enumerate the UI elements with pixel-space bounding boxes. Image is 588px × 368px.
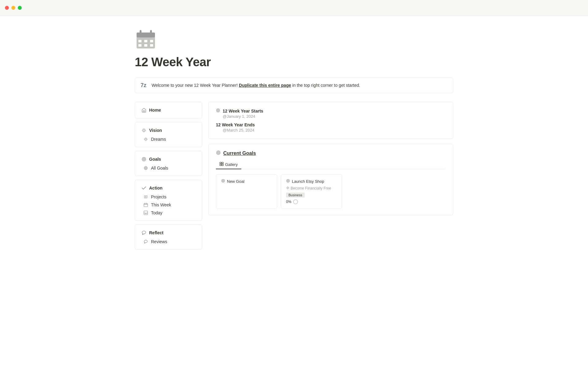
close-button[interactable]: [5, 6, 9, 10]
calendar-icon-this-week: [143, 202, 149, 208]
goals-card: Current Goals Gallery: [208, 144, 453, 215]
welcome-banner: 7z Welcome to your new 12 Week Year Plan…: [135, 78, 453, 93]
start-date-row: 12 Week Year Starts @January 1, 2024: [216, 108, 446, 119]
sidebar-item-projects[interactable]: Projects: [141, 193, 198, 201]
minimize-button[interactable]: [11, 6, 15, 10]
svg-rect-32: [222, 162, 223, 164]
svg-rect-9: [150, 44, 153, 47]
launch-etsy-progress: 0%: [286, 199, 337, 204]
gallery-card-new-goal[interactable]: New Goal: [216, 174, 277, 209]
end-date-label: 12 Week Year Ends: [216, 122, 446, 127]
layout: Home Vision: [135, 102, 453, 250]
gallery-grid: New Goal: [216, 174, 446, 209]
sidebar-item-goals-label: Goals: [149, 157, 161, 162]
sidebar-sub-items-action: Projects This Week: [141, 193, 198, 217]
launch-etsy-label: Launch Etsy Shop: [292, 179, 324, 184]
target-icon-all-goals: [143, 165, 149, 171]
page-icon: [135, 28, 157, 50]
svg-point-15: [145, 168, 146, 168]
home-icon: [141, 107, 147, 113]
gallery-card-launch-etsy-title: Launch Etsy Shop: [286, 179, 337, 184]
sidebar-item-home[interactable]: Home: [139, 106, 198, 114]
sidebar-item-home-label: Home: [149, 108, 161, 113]
main-panel: 12 Week Year Starts @January 1, 2024 12 …: [208, 102, 453, 215]
svg-rect-31: [220, 162, 221, 164]
sparkle-icon-sub: [286, 186, 289, 190]
sidebar-item-all-goals[interactable]: All Goals: [141, 164, 198, 172]
svg-rect-23: [144, 211, 148, 215]
svg-rect-4: [138, 40, 141, 42]
target-icon-goals-header: [216, 150, 221, 156]
main-content: 12 Week Year 7z Welcome to your new 12 W…: [110, 16, 478, 262]
svg-rect-5: [144, 40, 147, 42]
goals-title[interactable]: Current Goals: [223, 151, 256, 156]
gallery-card-new-goal-title: New Goal: [221, 179, 272, 184]
check-icon-action: [141, 185, 147, 191]
svg-rect-34: [222, 164, 223, 166]
svg-point-40: [288, 181, 288, 181]
end-date-value: @March 25, 2024: [216, 128, 446, 132]
start-date-value: @January 1, 2024: [216, 114, 446, 119]
sidebar-item-all-goals-label: All Goals: [151, 166, 168, 171]
sidebar-item-action[interactable]: Action: [139, 184, 198, 192]
svg-point-27: [218, 110, 218, 111]
svg-point-37: [223, 181, 224, 181]
svg-point-12: [144, 159, 144, 159]
sidebar-item-today[interactable]: Today: [141, 209, 198, 217]
svg-rect-8: [144, 44, 147, 47]
target-icon-start: [216, 108, 220, 113]
sidebar: Home Vision: [135, 102, 202, 250]
inbox-icon-today: [143, 210, 149, 216]
tab-gallery[interactable]: Gallery: [216, 160, 241, 169]
gallery-card-launch-etsy[interactable]: Launch Etsy Shop Become Financially Free: [281, 174, 342, 209]
sidebar-item-action-label: Action: [149, 186, 163, 190]
svg-rect-1: [137, 33, 155, 37]
list-icon-projects: [143, 194, 149, 200]
bubble-icon-reviews: [143, 239, 149, 244]
start-date-label: 12 Week Year Starts: [216, 108, 446, 113]
launch-etsy-sub-label: Become Financially Free: [291, 186, 331, 190]
target-icon-new-goal: [221, 179, 225, 184]
sidebar-item-reviews-label: Reviews: [151, 239, 167, 244]
end-date-row: 12 Week Year Ends @March 25, 2024: [216, 122, 446, 132]
sidebar-section-goals: Goals All Goals: [135, 151, 202, 176]
progress-circle: [293, 199, 298, 204]
goals-tabs: Gallery: [216, 160, 446, 169]
sidebar-section-home: Home: [135, 102, 202, 118]
sidebar-item-dreams-label: Dreams: [151, 137, 166, 142]
page-title: 12 Week Year: [135, 55, 453, 69]
fullscreen-button[interactable]: [18, 6, 22, 10]
sidebar-sub-items-goals: All Goals: [141, 164, 198, 172]
sidebar-item-reviews[interactable]: Reviews: [141, 238, 198, 246]
target-icon-goals: [141, 156, 147, 162]
svg-rect-7: [138, 44, 141, 47]
goals-header: Current Goals: [216, 150, 446, 156]
duplicate-link[interactable]: Duplicate this entire page: [239, 83, 291, 88]
sidebar-sub-items-vision: Dreams: [141, 135, 198, 143]
sidebar-item-projects-label: Projects: [151, 194, 167, 199]
z-icon: 7z: [141, 82, 148, 89]
sidebar-section-action: Action Projects: [135, 180, 202, 221]
progress-value: 0%: [286, 200, 291, 204]
sidebar-item-dreams[interactable]: Dreams: [141, 135, 198, 143]
sidebar-item-this-week[interactable]: This Week: [141, 201, 198, 209]
target-icon-launch-etsy: [286, 179, 290, 184]
sparkle-icon-dreams: [143, 136, 149, 142]
sidebar-section-vision: Vision Dreams: [135, 122, 202, 147]
sidebar-item-vision-label: Vision: [149, 128, 162, 133]
svg-rect-3: [150, 30, 152, 35]
svg-rect-33: [220, 164, 221, 166]
sidebar-item-reflect[interactable]: Reflect: [139, 228, 198, 237]
svg-rect-2: [140, 30, 141, 35]
sidebar-item-vision[interactable]: Vision: [139, 126, 198, 135]
sidebar-sub-items-reflect: Reviews: [141, 238, 198, 246]
svg-rect-6: [150, 40, 153, 42]
launch-etsy-tag: Business: [286, 192, 337, 199]
svg-rect-19: [144, 204, 148, 207]
tab-gallery-label: Gallery: [225, 162, 238, 167]
sidebar-section-reflect: Reflect Reviews: [135, 224, 202, 250]
gallery-icon: [220, 162, 224, 167]
sidebar-item-today-label: Today: [151, 210, 162, 215]
sidebar-item-goals[interactable]: Goals: [139, 155, 198, 163]
sidebar-item-reflect-label: Reflect: [149, 230, 164, 235]
